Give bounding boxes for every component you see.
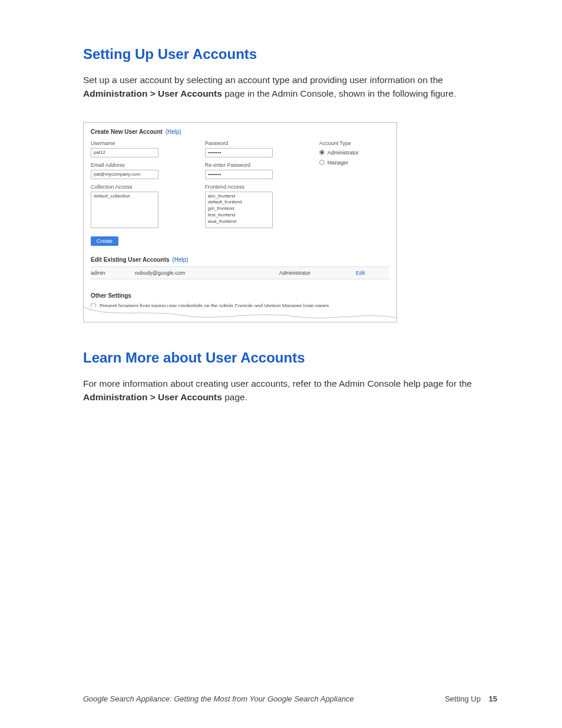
setup-para-pre: Set up a user account by selecting an ac…	[83, 75, 443, 85]
setup-para-bold: Administration > User Accounts	[83, 88, 222, 98]
email-input[interactable]: pat@mycompany.com	[91, 170, 158, 179]
setup-paragraph: Set up a user account by selecting an ac…	[83, 73, 497, 101]
row-role: Administrator	[279, 270, 356, 276]
help-link-create[interactable]: (Help)	[166, 129, 181, 135]
frontend-listbox[interactable]: abc_frontend default_frontend gm_fronten…	[205, 192, 273, 228]
footer-chapter: Setting Up	[445, 694, 481, 703]
collection-label: Collection Access	[91, 184, 205, 190]
footer-doc-title: Google Search Appliance: Getting the Mos…	[83, 694, 354, 703]
reenter-input[interactable]: ••••••••	[205, 170, 273, 179]
learn-para-pre: For more information about creating user…	[83, 378, 472, 388]
collection-listbox[interactable]: default_collection	[91, 192, 158, 228]
row-edit-link[interactable]: Edit	[356, 270, 365, 276]
admin-console-figure: Create New User Account (Help) Username …	[83, 122, 397, 322]
account-row: admin nobody@google.com Administrator Ed…	[91, 266, 389, 279]
create-button[interactable]: Create	[91, 236, 118, 246]
learn-para-bold: Administration > User Accounts	[83, 392, 222, 402]
radio-manager-label: Manager	[328, 160, 349, 166]
radio-manager[interactable]	[319, 160, 325, 165]
username-input[interactable]: pat12	[91, 148, 158, 157]
row-username: admin	[91, 270, 135, 276]
reenter-label: Re-enter Password	[205, 162, 319, 168]
section-heading-learn: Learn More about User Accounts	[83, 350, 497, 366]
edit-heading: Edit Existing User Accounts	[91, 256, 170, 263]
email-label: Email Address	[91, 162, 205, 168]
page-footer: Google Search Appliance: Getting the Mos…	[83, 694, 497, 703]
radio-administrator-label: Administrator	[328, 150, 359, 156]
footer-page-number: 15	[489, 694, 497, 703]
row-email: nobody@google.com	[135, 270, 279, 276]
setup-para-post: page in the Admin Console, shown in the …	[222, 88, 456, 98]
password-label: Password	[205, 140, 319, 146]
account-type-label: Account Type	[319, 140, 389, 146]
learn-para-post: page.	[222, 392, 247, 402]
other-settings-heading: Other Settings	[91, 292, 389, 299]
password-input[interactable]: ••••••••	[205, 148, 273, 157]
section-heading-setup: Setting Up User Accounts	[83, 46, 497, 62]
frontend-label: Frontend Access	[205, 184, 319, 190]
learn-paragraph: For more information about creating user…	[83, 377, 497, 404]
radio-administrator[interactable]	[319, 150, 325, 155]
create-account-heading: Create New User Account	[91, 129, 163, 135]
username-label: Username	[91, 140, 205, 146]
torn-edge	[84, 307, 396, 322]
help-link-edit[interactable]: (Help)	[172, 256, 188, 263]
